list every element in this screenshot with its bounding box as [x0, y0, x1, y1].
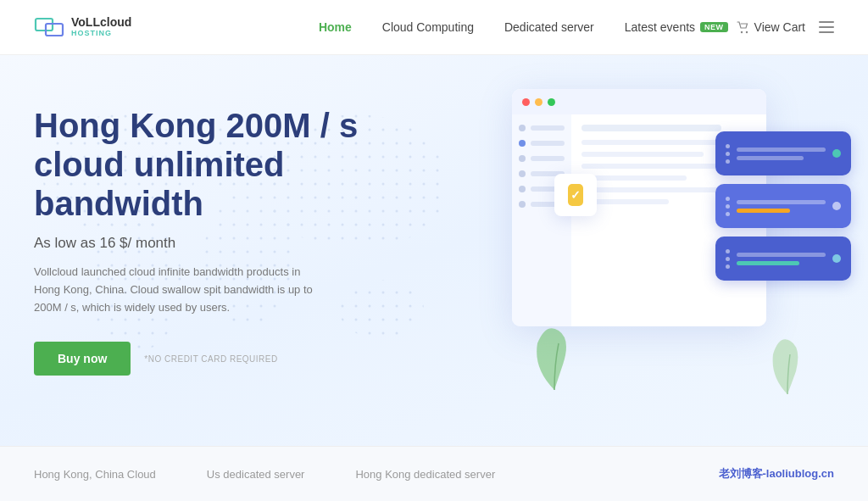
- server-dots: [726, 249, 730, 269]
- view-cart-button[interactable]: View Cart: [737, 20, 805, 34]
- server-card-3: [715, 237, 851, 281]
- sidebar-line: [531, 141, 565, 146]
- browser-sidebar: [512, 114, 571, 326]
- svg-point-2: [740, 31, 742, 33]
- logo[interactable]: VoLLcloud HOSTING: [34, 12, 131, 42]
- hero-section: Hong Kong 200M / s cloud unlimited bandw…: [0, 55, 868, 446]
- footer-links: Hong Kong, China Cloud Us dedicated serv…: [34, 468, 719, 481]
- check-mark: ✓: [570, 188, 581, 202]
- nav-latest-events[interactable]: Latest events: [625, 20, 695, 34]
- logo-text: VoLLcloud HOSTING: [71, 16, 131, 37]
- footer-link-hk-server[interactable]: Hong Kong dedicated server: [355, 468, 495, 481]
- sline-accent2: [737, 261, 799, 265]
- nav-home[interactable]: Home: [319, 20, 352, 34]
- nav-latest-events-wrap[interactable]: Latest events NEW: [625, 20, 728, 34]
- sidebar-dot: [519, 125, 526, 131]
- sline: [737, 148, 826, 152]
- b-line: [581, 164, 721, 169]
- hamburger-line-2: [819, 26, 834, 28]
- sidebar-row: [519, 140, 565, 147]
- no-credit-card-text: *NO CREDIT CARD REQUIRED: [144, 354, 277, 364]
- server-lines: [737, 253, 826, 265]
- server-lines: [737, 200, 826, 213]
- sidebar-dot: [519, 155, 526, 162]
- hero-illustration: ✓: [487, 81, 851, 403]
- sdot: [726, 197, 730, 201]
- hamburger-line-3: [819, 31, 834, 33]
- sline-accent: [737, 209, 790, 213]
- sdot: [726, 249, 730, 253]
- logo-icon: [34, 12, 64, 42]
- sline: [737, 200, 826, 204]
- server-dots: [726, 144, 730, 164]
- browser-address-bar: [581, 125, 721, 131]
- sidebar-dot: [519, 140, 526, 147]
- sidebar-line: [531, 156, 565, 161]
- hamburger-menu[interactable]: [819, 21, 834, 33]
- sidebar-row: [519, 125, 565, 131]
- hero-cta: Buy now *NO CREDIT CARD REQUIRED: [34, 342, 390, 376]
- sline: [737, 156, 804, 160]
- sdot: [726, 159, 730, 164]
- server-status-dot: [832, 254, 841, 263]
- dot-yellow: [535, 98, 542, 106]
- new-badge: NEW: [700, 22, 728, 32]
- svg-point-3: [745, 31, 747, 33]
- server-cards: [715, 131, 851, 281]
- server-lines: [737, 148, 826, 160]
- sidebar-dot: [519, 201, 526, 208]
- server-status-dot: [832, 202, 841, 210]
- footer-brand: 老刘博客-laoliublog.cn: [719, 466, 835, 482]
- server-status-dot: [832, 149, 841, 158]
- sdot: [726, 257, 730, 261]
- buy-now-button[interactable]: Buy now: [34, 342, 131, 376]
- cart-icon: [737, 20, 750, 34]
- dot-red: [522, 98, 530, 106]
- hamburger-line-1: [819, 21, 834, 23]
- sdot: [726, 212, 730, 216]
- view-cart-label: View Cart: [754, 20, 805, 34]
- b-line: [581, 175, 687, 181]
- sdot: [726, 144, 730, 148]
- footer-link-hk-cloud[interactable]: Hong Kong, China Cloud: [34, 468, 156, 481]
- sidebar-dot: [519, 186, 526, 192]
- sidebar-row: [519, 155, 565, 162]
- sdot: [726, 152, 730, 156]
- browser-bar: [512, 89, 766, 114]
- sline: [737, 253, 826, 257]
- brand-sub: HOSTING: [71, 30, 131, 38]
- nav-dedicated-server[interactable]: Dedicated server: [504, 20, 594, 34]
- nav-cloud-computing[interactable]: Cloud Computing: [382, 20, 474, 34]
- dot-green: [548, 98, 555, 106]
- server-card-1: [715, 131, 851, 175]
- hero-description: Vollcloud launched cloud infinite bandwi…: [34, 264, 322, 316]
- b-line: [581, 187, 730, 192]
- server-card-2: [715, 184, 851, 228]
- leaf-right: [766, 331, 809, 398]
- server-dots: [726, 197, 730, 216]
- brand-name: VoLLcloud: [71, 16, 131, 29]
- sdot: [726, 204, 730, 209]
- sidebar-line: [531, 125, 565, 131]
- leaf-left: [529, 318, 580, 394]
- hero-content: Hong Kong 200M / s cloud unlimited bandw…: [34, 106, 390, 376]
- main-nav: Home Cloud Computing Dedicated server La…: [319, 20, 728, 34]
- checkbox-card: ✓: [554, 174, 597, 216]
- sidebar-dot: [519, 170, 526, 177]
- sdot: [726, 264, 730, 269]
- hero-title: Hong Kong 200M / s cloud unlimited bandw…: [34, 106, 390, 223]
- footer-link-us-server[interactable]: Us dedicated server: [207, 468, 305, 481]
- b-line: [581, 152, 704, 157]
- check-box: ✓: [568, 184, 583, 206]
- hero-subtitle: As low as 16 $/ month: [34, 235, 390, 252]
- footer: Hong Kong, China Cloud Us dedicated serv…: [0, 446, 868, 501]
